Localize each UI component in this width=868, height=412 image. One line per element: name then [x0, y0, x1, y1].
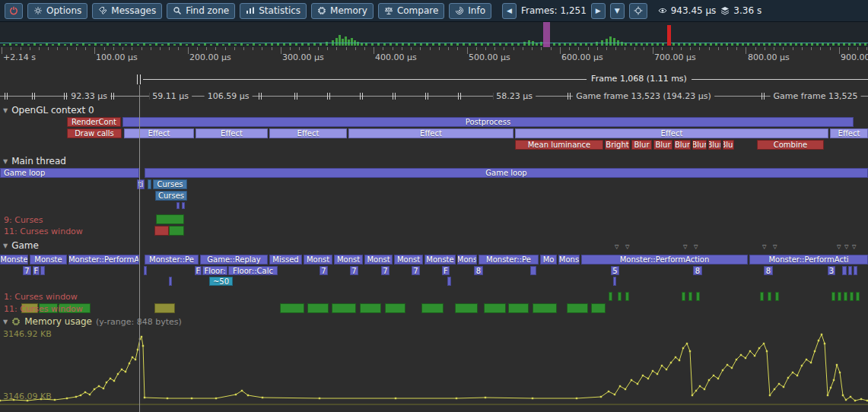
timeline-zone[interactable]: Draw calls — [67, 128, 122, 138]
timeline-zone[interactable] — [484, 303, 506, 313]
timeline-zone[interactable]: Monst — [304, 255, 332, 265]
frame-histogram[interactable] — [0, 22, 868, 47]
info-button[interactable]: Info — [449, 3, 491, 19]
timeline-zone[interactable]: 7 — [320, 266, 328, 275]
subframe-label[interactable]: 58.23 µs — [493, 91, 536, 101]
timeline-zone[interactable] — [609, 292, 612, 301]
time-cursor[interactable] — [139, 85, 140, 412]
timeline-zone[interactable]: Monste — [424, 255, 456, 265]
timeline-zone[interactable] — [591, 303, 606, 313]
timeline-zone[interactable] — [618, 292, 622, 301]
timeline-zone[interactable] — [838, 292, 841, 301]
timeline-zone[interactable]: 7 — [381, 266, 389, 275]
timeline-zone[interactable]: 7 — [23, 266, 31, 275]
timeline-zone[interactable] — [682, 292, 685, 301]
timeline-zone[interactable]: Postprocess — [122, 117, 854, 127]
timeline-zone[interactable]: Blur — [708, 140, 721, 150]
timeline-zone[interactable] — [280, 303, 304, 313]
timeline-zone[interactable] — [831, 292, 835, 301]
timeline-zone[interactable]: Curses — [153, 179, 187, 189]
timeline-zone[interactable]: Monst — [364, 255, 393, 265]
section-header-main-thread[interactable]: ▼ Main thread — [3, 156, 66, 166]
timeline-zone[interactable] — [169, 277, 172, 286]
timeline-zone[interactable] — [360, 303, 381, 313]
timeline-zone[interactable]: Effect — [348, 128, 513, 138]
collapsed-zone-marker-icon[interactable]: ▽ — [762, 245, 766, 250]
timeline-zone[interactable] — [21, 303, 38, 313]
timeline-zone[interactable]: 8 — [693, 266, 702, 275]
subframe-label[interactable]: 59.11 µs — [149, 91, 192, 101]
timeline-zone[interactable] — [775, 292, 779, 301]
timeline-zone[interactable] — [176, 202, 180, 209]
collapsed-zone-marker-icon[interactable]: ▽ — [837, 245, 841, 250]
timeline-zone[interactable]: 7 — [350, 266, 358, 275]
timeline-zone[interactable]: Game loop — [145, 168, 868, 178]
timeline-zone[interactable] — [688, 292, 692, 301]
timeline-zone[interactable]: 8 — [764, 266, 773, 275]
timeline-zone[interactable]: Monster::Pe — [145, 255, 199, 265]
subframe-label[interactable]: Game frame 13,523 (194.23 µs) — [573, 91, 714, 101]
timeline-zone[interactable]: Effect — [124, 128, 194, 138]
collapsed-zone-marker-icon[interactable]: ▽ — [615, 245, 618, 250]
messages-button[interactable]: Messages — [92, 3, 162, 19]
timeline-zone[interactable]: Mo — [540, 255, 557, 265]
timeline-zone[interactable]: Effect — [830, 128, 868, 138]
timeline-zone[interactable]: Monst — [394, 255, 423, 265]
collapsed-zone-marker-icon[interactable]: ▽ — [844, 245, 848, 250]
find-zone-button[interactable]: Find zone — [167, 3, 235, 19]
collapsed-zone-marker-icon[interactable]: ▽ — [694, 245, 698, 250]
timeline-zone[interactable] — [154, 303, 175, 313]
collapsed-zone-marker-icon[interactable]: ▽ — [773, 245, 777, 250]
timeline-zone[interactable]: Monste — [0, 255, 28, 265]
timeline-zone[interactable] — [533, 303, 557, 313]
timeline-zone[interactable]: Floor::Calc — [228, 266, 278, 275]
timeline-zone[interactable]: Monste — [30, 255, 67, 265]
timeline-zone[interactable] — [148, 179, 151, 189]
timeline-zone[interactable] — [760, 292, 764, 301]
timeline-zone[interactable] — [842, 266, 847, 275]
timeline-zone[interactable]: Monster::Pe — [479, 255, 539, 265]
prev-frame-button[interactable]: ◀ — [502, 3, 517, 19]
timeline-zone[interactable]: Combine — [757, 140, 824, 150]
timeline-zone[interactable] — [508, 303, 529, 313]
timeline-zone[interactable]: 7 — [412, 266, 420, 275]
subframe-label[interactable]: 106.59 µs — [205, 91, 253, 101]
timeline-zone[interactable]: Mons — [457, 255, 477, 265]
timeline-zone[interactable]: ti — [137, 179, 145, 189]
collapsed-zone-marker-icon[interactable]: ▽ — [625, 245, 629, 250]
timeline-zone[interactable] — [567, 303, 588, 313]
timeline-zone[interactable]: 8 — [474, 266, 483, 275]
next-frame-button[interactable]: ▶ — [591, 3, 606, 19]
timeline-zone[interactable]: Effect — [515, 128, 828, 138]
timeline-zone[interactable] — [625, 292, 629, 301]
subframe-label[interactable]: Game frame 13,525 — [771, 91, 861, 101]
subframe-label[interactable]: 92.33 µs — [68, 91, 110, 101]
timeline-zone[interactable] — [854, 266, 857, 275]
timeline-zone[interactable] — [613, 277, 616, 286]
timeline-zone[interactable] — [39, 303, 58, 313]
timeline-zone[interactable]: Blur — [692, 140, 707, 150]
timeline-zone[interactable] — [696, 292, 700, 301]
timeline-zone[interactable]: F — [33, 266, 40, 275]
timeline-zone[interactable]: ~50 — [209, 277, 233, 286]
timeline-zone[interactable]: Mean luminance — [515, 140, 603, 150]
timeline-zone[interactable] — [307, 303, 329, 313]
timeline-zone[interactable]: Blur — [631, 140, 652, 150]
power-button[interactable] — [5, 3, 23, 19]
timeline-zone[interactable]: Curses — [155, 191, 187, 201]
go-to-frame-button[interactable]: ▼ — [610, 3, 625, 19]
timeline-zone[interactable]: Bright — [605, 140, 630, 150]
section-header-game[interactable]: ▼ Game — [3, 240, 39, 251]
memory-button[interactable]: Memory — [311, 3, 374, 19]
timeline-zone[interactable]: F — [195, 266, 202, 275]
memory-graph[interactable] — [0, 327, 868, 412]
timeline-zone[interactable] — [385, 303, 405, 313]
timeline-zone[interactable] — [844, 292, 847, 301]
timeline-zone[interactable] — [156, 214, 184, 224]
timeline-zone[interactable]: Monst — [334, 255, 363, 265]
timeline-zone[interactable]: Blur — [674, 140, 691, 150]
statistics-button[interactable]: Statistics — [240, 3, 307, 19]
timeline-zone[interactable]: 3 — [828, 266, 835, 275]
timeline-zone[interactable]: Missed — [269, 255, 302, 265]
timeline-zone[interactable] — [154, 226, 169, 236]
